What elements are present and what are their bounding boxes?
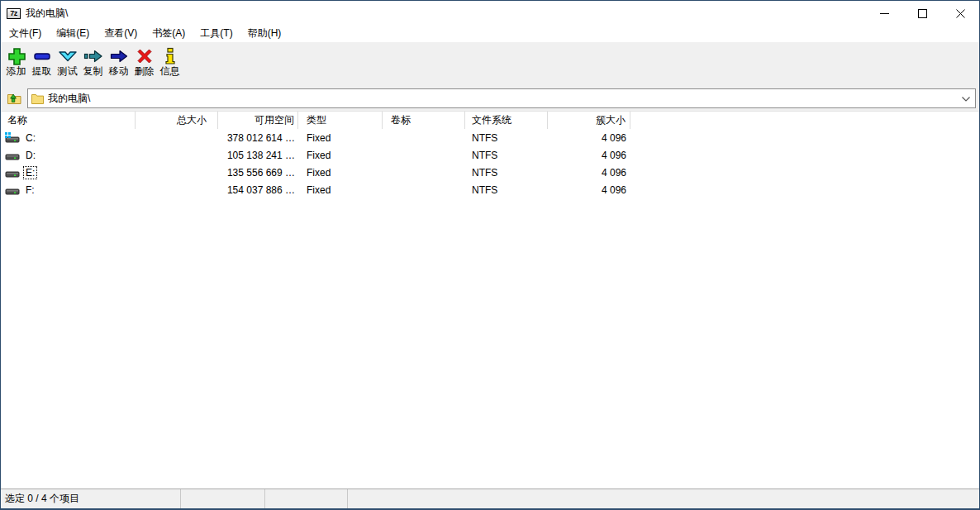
delete-button-label: 删除 xyxy=(135,65,155,78)
drive-icon xyxy=(4,149,21,162)
info-i-icon xyxy=(160,47,180,65)
drive-icon xyxy=(4,166,21,179)
menu-help[interactable]: 帮助(H) xyxy=(240,25,289,43)
cell-file-system: NTFS xyxy=(465,129,548,146)
table-row[interactable]: D: 105 138 241 … Fixed NTFS 4 096 xyxy=(1,146,979,164)
app-window: 7z 我的电脑\ 文件(F) 编辑(E) 查看(V) 书签(A) 工具(T) 帮… xyxy=(0,0,980,510)
menu-bookmarks[interactable]: 书签(A) xyxy=(145,25,193,43)
cell-file-system: NTFS xyxy=(465,164,548,181)
cell-total-size xyxy=(136,146,218,164)
close-button[interactable] xyxy=(941,1,979,26)
cell-total-size xyxy=(136,164,218,181)
info-button[interactable]: 信息 xyxy=(157,45,183,78)
info-button-label: 信息 xyxy=(160,65,180,78)
list-header: 名称 总大小 可用空间 类型 卷标 文件系统 簇大小 xyxy=(1,112,979,129)
parent-folder-button[interactable] xyxy=(2,88,27,109)
address-path: 我的电脑\ xyxy=(48,92,90,106)
cell-free-space: 135 556 669 … xyxy=(218,164,298,181)
delete-x-icon xyxy=(135,47,155,65)
cell-label xyxy=(383,164,465,181)
status-selection: 选定 0 / 4 个项目 xyxy=(1,489,181,508)
statusbar: 选定 0 / 4 个项目 xyxy=(1,489,979,508)
test-check-icon xyxy=(58,47,78,65)
cell-free-space: 378 012 614 … xyxy=(218,129,298,146)
file-list: 名称 总大小 可用空间 类型 卷标 文件系统 簇大小 C: 378 012 61 xyxy=(1,111,979,489)
cell-cluster-size: 4 096 xyxy=(548,129,630,146)
maximize-button[interactable] xyxy=(903,1,941,26)
column-header-file-system[interactable]: 文件系统 xyxy=(465,112,548,129)
add-button-label: 添加 xyxy=(7,65,26,78)
column-header-type[interactable]: 类型 xyxy=(298,112,383,129)
menu-view[interactable]: 查看(V) xyxy=(97,25,145,43)
minimize-icon xyxy=(880,9,889,18)
status-panel-3 xyxy=(265,489,348,508)
cell-file-system: NTFS xyxy=(465,146,548,164)
drive-name-focused: E: xyxy=(24,167,36,179)
menu-file[interactable]: 文件(F) xyxy=(2,25,49,43)
table-row[interactable]: F: 154 037 886 … Fixed NTFS 4 096 xyxy=(1,181,979,198)
cell-type: Fixed xyxy=(298,146,383,164)
drive-icon xyxy=(4,184,21,197)
cell-total-size xyxy=(136,181,218,198)
addressbar: 我的电脑\ xyxy=(1,86,979,111)
cell-label xyxy=(383,146,465,164)
add-plus-icon xyxy=(7,47,26,65)
folder-icon xyxy=(31,93,44,104)
test-button[interactable]: 测试 xyxy=(55,45,80,78)
drive-name: F: xyxy=(24,184,36,196)
status-panel-rest xyxy=(348,489,979,508)
column-header-total-size[interactable]: 总大小 xyxy=(136,112,218,129)
menubar: 文件(F) 编辑(E) 查看(V) 书签(A) 工具(T) 帮助(H) xyxy=(1,26,979,43)
menu-edit[interactable]: 编辑(E) xyxy=(49,25,97,43)
status-panel-2 xyxy=(181,489,265,508)
cell-free-space: 105 138 241 … xyxy=(218,146,298,164)
cell-type: Fixed xyxy=(298,164,383,181)
copy-arrow-icon xyxy=(83,47,103,65)
address-combobox[interactable]: 我的电脑\ xyxy=(27,88,976,108)
drive-name: D: xyxy=(24,150,37,161)
extract-button-label: 提取 xyxy=(32,65,52,78)
cell-cluster-size: 4 096 xyxy=(548,181,630,198)
chevron-down-icon[interactable] xyxy=(962,93,970,104)
toolbar: 添加 提取 测试 复制 xyxy=(1,43,979,86)
move-arrow-icon xyxy=(109,47,129,65)
cell-type: Fixed xyxy=(298,129,383,146)
parent-folder-icon xyxy=(7,91,23,106)
drive-name: C: xyxy=(24,132,37,144)
column-header-cluster-size[interactable]: 簇大小 xyxy=(548,112,630,129)
table-row[interactable]: C: 378 012 614 … Fixed NTFS 4 096 xyxy=(1,129,979,146)
cell-cluster-size: 4 096 xyxy=(548,146,630,164)
system-drive-icon xyxy=(4,131,21,145)
extract-button[interactable]: 提取 xyxy=(29,45,55,78)
cell-label xyxy=(383,181,465,198)
copy-button-label: 复制 xyxy=(83,65,103,78)
copy-button[interactable]: 复制 xyxy=(80,45,106,78)
cell-label xyxy=(383,129,465,146)
column-header-free-space[interactable]: 可用空间 xyxy=(218,112,298,129)
test-button-label: 测试 xyxy=(58,65,78,78)
cell-cluster-size: 4 096 xyxy=(548,164,630,181)
cell-total-size xyxy=(136,129,218,146)
app-icon: 7z xyxy=(7,8,21,19)
titlebar: 7z 我的电脑\ xyxy=(1,1,979,26)
maximize-icon xyxy=(918,9,927,18)
extract-minus-icon xyxy=(32,47,52,65)
move-button-label: 移动 xyxy=(109,65,129,78)
minimize-button[interactable] xyxy=(865,1,903,26)
move-button[interactable]: 移动 xyxy=(106,45,131,78)
table-row[interactable]: E: 135 556 669 … Fixed NTFS 4 096 xyxy=(1,164,979,181)
window-title: 我的电脑\ xyxy=(26,7,68,21)
close-icon xyxy=(956,9,965,18)
menu-tools[interactable]: 工具(T) xyxy=(193,25,240,43)
cell-file-system: NTFS xyxy=(465,181,548,198)
add-button[interactable]: 添加 xyxy=(3,45,29,78)
column-header-label[interactable]: 卷标 xyxy=(383,112,465,129)
cell-free-space: 154 037 886 … xyxy=(218,181,298,198)
cell-type: Fixed xyxy=(298,181,383,198)
column-header-name[interactable]: 名称 xyxy=(1,112,136,129)
delete-button[interactable]: 删除 xyxy=(131,45,157,78)
